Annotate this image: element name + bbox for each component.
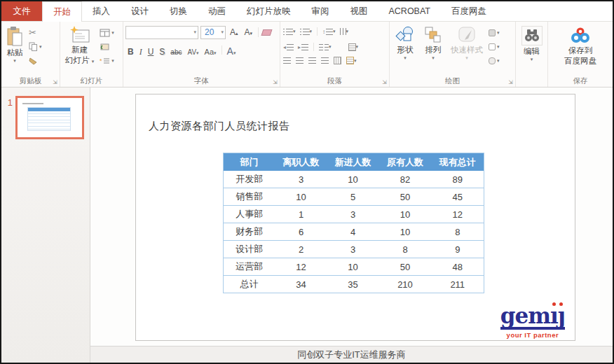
powerpoint-window: 文件 开始插入设计切换动画幻灯片放映审阅视图ACROBAT百度网盘 粘贴 ▾ ✂ — [0, 0, 614, 364]
menu-tab-view[interactable]: 视图 — [340, 1, 378, 21]
strikethrough-button[interactable]: abc — [168, 48, 184, 56]
font-color-button[interactable]: A▾ — [225, 46, 238, 57]
menu-tab-animations[interactable]: 动画 — [198, 1, 236, 21]
menu-tabs: 开始插入设计切换动画幻灯片放映审阅视图ACROBAT百度网盘 — [42, 1, 497, 21]
table-cell: 9 — [432, 241, 484, 258]
gemii-logo-tagline: your IT partner — [500, 332, 565, 339]
menu-tab-home[interactable]: 开始 — [42, 1, 82, 22]
reset-slide-button[interactable] — [100, 41, 114, 52]
bullets-button[interactable]: ▾ — [282, 27, 296, 36]
menu-tab-transitions[interactable]: 切换 — [159, 1, 198, 21]
font-name-combo[interactable]: ▾ — [125, 26, 198, 39]
paste-label: 粘贴 — [7, 48, 23, 57]
underline-button[interactable]: U — [146, 47, 156, 57]
chevron-down-icon: ▾ — [13, 58, 16, 63]
paste-button[interactable]: 粘贴 ▾ — [4, 25, 26, 76]
menu-tab-slideshow[interactable]: 幻灯片放映 — [236, 1, 301, 21]
align-right-button[interactable] — [308, 56, 317, 65]
quick-styles-icon — [456, 26, 477, 44]
shape-fill-button[interactable]: ▾ — [489, 27, 500, 38]
quick-styles-button[interactable]: 快速样式 ▾ — [448, 25, 486, 76]
clipboard-dialog-launcher-icon[interactable]: ⇲ — [53, 80, 57, 85]
new-slide-button[interactable]: 新建 幻灯片 ▾ — [62, 25, 97, 76]
shrink-font-button[interactable]: A▾ — [243, 27, 255, 37]
table-cell: 8 — [379, 241, 432, 258]
baidu-pan-icon — [570, 26, 591, 45]
font-size-combo[interactable]: 20▾ — [200, 26, 226, 39]
table-cell: 48 — [432, 258, 484, 276]
text-shadow-button[interactable]: S — [157, 47, 167, 57]
table-cell: 2 — [275, 241, 327, 258]
copy-button[interactable]: ▾ — [29, 41, 42, 52]
ribbon-group-drawing: 形状 ▾ 排列 ▾ 快速样式 ▾ ▾ — [390, 22, 516, 87]
new-slide-label-line1: 新建 — [71, 45, 88, 55]
paragraph-dialog-launcher-icon[interactable]: ⇲ — [382, 80, 387, 85]
save-to-baidu-pan-button[interactable]: 保存到 百度网盘 — [561, 25, 599, 76]
decrease-indent-button[interactable]: ◂ — [282, 43, 294, 52]
table-cell: 89 — [432, 171, 484, 188]
character-spacing-button[interactable]: AV▾ — [185, 48, 200, 56]
slide-number: 1 — [6, 97, 13, 108]
grow-font-button[interactable]: A▴ — [228, 27, 240, 37]
slide-canvas[interactable]: 人力资源各部门人员统计报告 部门离职人数新进人数原有人数现有总计 开发部3108… — [135, 94, 575, 341]
save-to-pan-label-line2: 百度网盘 — [564, 56, 596, 66]
canvas-area[interactable]: 人力资源各部门人员统计报告 部门离职人数新进人数原有人数现有总计 开发部3108… — [90, 88, 613, 346]
table-header-cell: 离职人数 — [275, 153, 327, 172]
table-cell: 12 — [275, 258, 327, 276]
menu-tab-design[interactable]: 设计 — [121, 1, 159, 21]
slide-thumbnail[interactable] — [15, 96, 84, 139]
text-direction-button[interactable]: ▾ — [339, 27, 350, 36]
table-header-cell: 原有人数 — [379, 153, 432, 172]
convert-to-smartart-button[interactable]: ▾ — [346, 56, 357, 65]
ribbon: 粘贴 ▾ ✂ ▾ 剪贴板 ⇲ — [1, 22, 613, 88]
font-dialog-launcher-icon[interactable]: ⇲ — [273, 80, 278, 85]
drawing-dialog-launcher-icon[interactable]: ⇲ — [508, 80, 513, 85]
shapes-button[interactable]: 形状 ▾ — [392, 25, 418, 76]
italic-button[interactable]: I — [137, 47, 144, 57]
arrange-icon — [424, 26, 442, 44]
menu-tab-acrobat[interactable]: ACROBAT — [378, 1, 442, 21]
editing-button[interactable]: 编辑 ▾ — [519, 25, 545, 76]
increase-indent-button[interactable]: ▸ — [297, 43, 309, 52]
layout-button[interactable]: ▾ — [100, 27, 114, 38]
footer-bar: 同创双子专业IT运维服务商 — [90, 346, 613, 363]
drawing-group-label: 绘图 — [390, 76, 515, 86]
shape-outline-button[interactable]: ▾ — [489, 41, 500, 52]
shape-effects-button[interactable]: ▾ — [489, 55, 500, 66]
save-to-pan-label-line1: 保存到 — [568, 46, 593, 55]
menu-tab-baidu-pan[interactable]: 百度网盘 — [441, 1, 497, 21]
format-painter-button[interactable] — [29, 55, 42, 66]
copy-icon — [29, 42, 38, 51]
table-cell: 8 — [432, 223, 484, 241]
table-cell: 45 — [432, 188, 484, 206]
content-area: 1 人力资源各部门人员统计报告 部门离职人数新进人数原有人数现有总计 开发部31… — [1, 88, 613, 363]
new-slide-icon — [69, 26, 90, 44]
distribute-button[interactable] — [333, 56, 342, 65]
menu-tab-review[interactable]: 审阅 — [301, 1, 340, 21]
slide-title[interactable]: 人力资源各部门人员统计报告 — [149, 120, 290, 133]
ribbon-group-editing: 编辑 ▾ — [516, 22, 548, 87]
gemii-logo-text: gemıȷ — [500, 305, 565, 330]
line-spacing-button[interactable]: ↕▾ — [322, 27, 336, 36]
arrange-button[interactable]: 排列 ▾ — [421, 25, 445, 76]
bold-button[interactable]: B — [125, 47, 136, 57]
table-cell: 35 — [327, 276, 379, 293]
slide-thumbnail-panel[interactable]: 1 — [1, 88, 90, 363]
quick-styles-label: 快速样式 — [451, 45, 483, 55]
align-text-button[interactable]: ▾ — [348, 43, 360, 52]
columns-button[interactable]: ▾ — [318, 43, 332, 52]
justify-button[interactable] — [320, 56, 329, 65]
align-left-button[interactable] — [282, 56, 292, 65]
hr-statistics-table[interactable]: 部门离职人数新进人数原有人数现有总计 开发部3108289销售部1055045人… — [223, 153, 484, 293]
clear-formatting-icon[interactable] — [261, 29, 273, 36]
editing-area: 人力资源各部门人员统计报告 部门离职人数新进人数原有人数现有总计 开发部3108… — [90, 88, 613, 363]
cut-button[interactable]: ✂ — [29, 27, 42, 38]
numbering-button[interactable]: ▾ — [299, 27, 313, 36]
section-button[interactable]: * ▾ — [100, 55, 114, 66]
change-case-button[interactable]: Aa▾ — [203, 48, 219, 56]
table-cell: 运营部 — [224, 258, 275, 276]
menu-tab-bar: 文件 开始插入设计切换动画幻灯片放映审阅视图ACROBAT百度网盘 — [1, 1, 613, 22]
menu-tab-insert[interactable]: 插入 — [82, 1, 121, 21]
file-menu-button[interactable]: 文件 — [1, 1, 42, 21]
align-center-button[interactable] — [295, 56, 304, 65]
